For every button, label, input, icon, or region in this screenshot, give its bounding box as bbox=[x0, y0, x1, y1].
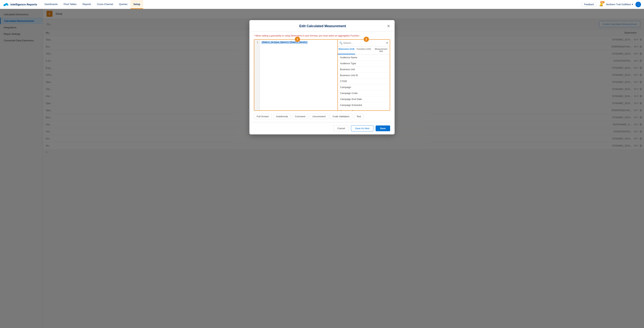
step-2-indicator: 2 bbox=[364, 37, 369, 42]
code-validation-button[interactable]: Code Validation bbox=[330, 114, 352, 119]
nav-pivot-tables[interactable]: Pivot Tables bbox=[60, 0, 80, 9]
app-logo: Intelligence Reports bbox=[3, 2, 37, 8]
edit-modal: Edit Calculated Measurement ✕ * When set… bbox=[250, 20, 394, 134]
search-list-item[interactable]: Campaign bbox=[338, 84, 390, 90]
search-pane-header: 🔍 ✕ bbox=[338, 40, 390, 46]
svg-point-2 bbox=[7, 4, 8, 6]
top-nav-right: Feedback 🔔 99+ Northern Trail Outfitters… bbox=[582, 2, 641, 7]
step-1-indicator: 1 bbox=[295, 37, 300, 42]
search-list: Audience NameAudience TypeBusiness UnitB… bbox=[338, 54, 390, 110]
top-nav: Intelligence Reports Dashboards Pivot Ta… bbox=[0, 0, 644, 9]
uncomment-button[interactable]: Uncomment bbox=[310, 114, 328, 119]
code-content[interactable]: [Email_Unique_Opens]/[Email_Sends] bbox=[261, 41, 308, 44]
avatar[interactable]: 👤 bbox=[636, 2, 641, 7]
modal-overlay: Edit Calculated Measurement ✕ * When set… bbox=[43, 9, 644, 328]
comment-button[interactable]: Comment bbox=[292, 114, 308, 119]
modal-footer: Cancel Save As New Save bbox=[250, 122, 394, 134]
search-list-item[interactable]: Audience Type bbox=[338, 60, 390, 66]
autoformat-button[interactable]: Autoformat bbox=[273, 114, 291, 119]
tab-measurement[interactable]: Measurement (64) bbox=[372, 46, 390, 54]
warning-text: When setting a granularity or using Dime… bbox=[255, 34, 360, 37]
save-button[interactable]: Save bbox=[376, 126, 390, 131]
modal-close-button[interactable]: ✕ bbox=[387, 24, 390, 28]
org-name[interactable]: Northern Trail Outfitters ▾ bbox=[606, 3, 633, 6]
notification-badge[interactable]: 🔔 99+ bbox=[598, 2, 604, 7]
full-screen-button[interactable]: Full Screen bbox=[254, 114, 272, 119]
search-list-item[interactable]: Campaign Grouping bbox=[338, 108, 390, 110]
chevron-down-icon: ▾ bbox=[632, 3, 633, 6]
nav-reports[interactable]: Reports bbox=[80, 0, 94, 9]
cancel-button[interactable]: Cancel bbox=[334, 125, 349, 132]
salesforce-logo-icon bbox=[3, 2, 9, 8]
search-list-item[interactable]: Audience Name bbox=[338, 54, 390, 60]
search-tabs: Dimension (114) Functions (125) Measurem… bbox=[338, 46, 390, 54]
search-list-item[interactable]: Business Unit bbox=[338, 66, 390, 72]
modal-title: Edit Calculated Measurement bbox=[258, 24, 387, 28]
search-pane: 🔍 ✕ Dimension (114) Functions (125) Meas… bbox=[338, 40, 390, 110]
tab-dimension[interactable]: Dimension (114) bbox=[338, 46, 355, 54]
modal-warning: * When setting a granularity or using Di… bbox=[254, 34, 390, 37]
search-list-item[interactable]: Campaign Code bbox=[338, 90, 390, 96]
nav-cross-channel[interactable]: Cross-Channel bbox=[94, 0, 116, 9]
tab-functions[interactable]: Functions (125) bbox=[355, 46, 372, 54]
nav-setup[interactable]: Setup bbox=[130, 0, 143, 9]
modal-body: * When setting a granularity or using Di… bbox=[250, 32, 394, 122]
search-list-item[interactable]: Business Unit ID bbox=[338, 72, 390, 78]
test-button[interactable]: Test bbox=[354, 114, 364, 119]
search-close-button[interactable]: ✕ bbox=[386, 41, 388, 45]
svg-point-3 bbox=[3, 4, 6, 6]
feedback-button[interactable]: Feedback bbox=[582, 2, 596, 7]
search-list-item[interactable]: CTOR bbox=[338, 78, 390, 84]
code-editor[interactable]: [Email_Unique_Opens]/[Email_Sends] bbox=[260, 40, 336, 110]
main-layout: Calculated Dimensions Calculated Measure… bbox=[0, 9, 644, 328]
warning-asterisk: * bbox=[254, 34, 255, 37]
editor-toolbar: Full Screen Autoformat Comment Uncomment… bbox=[254, 114, 390, 119]
editor-layout: 1 [Email_Unique_Opens]/[Email_Sends] bbox=[254, 39, 390, 111]
notification-count: 99+ bbox=[600, 1, 604, 3]
search-list-item[interactable]: Campaign Extracted bbox=[338, 102, 390, 108]
search-list-item[interactable]: Campaign End Date bbox=[338, 96, 390, 102]
nav-links: Dashboards Pivot Tables Reports Cross-Ch… bbox=[42, 0, 582, 9]
line-numbers: 1 bbox=[254, 40, 260, 110]
save-as-new-button[interactable]: Save As New bbox=[351, 125, 373, 132]
search-icon: 🔍 bbox=[339, 42, 342, 44]
search-input[interactable] bbox=[343, 42, 385, 44]
nav-dashboards[interactable]: Dashboards bbox=[42, 0, 60, 9]
content-area: C Setup Ca... Create Calculated Measurem… bbox=[43, 9, 644, 328]
modal-header: Edit Calculated Measurement ✕ bbox=[250, 20, 394, 32]
nav-queries[interactable]: Queries bbox=[116, 0, 131, 9]
app-name: Intelligence Reports bbox=[10, 3, 37, 6]
code-editor-pane[interactable]: 1 [Email_Unique_Opens]/[Email_Sends] bbox=[254, 40, 338, 110]
